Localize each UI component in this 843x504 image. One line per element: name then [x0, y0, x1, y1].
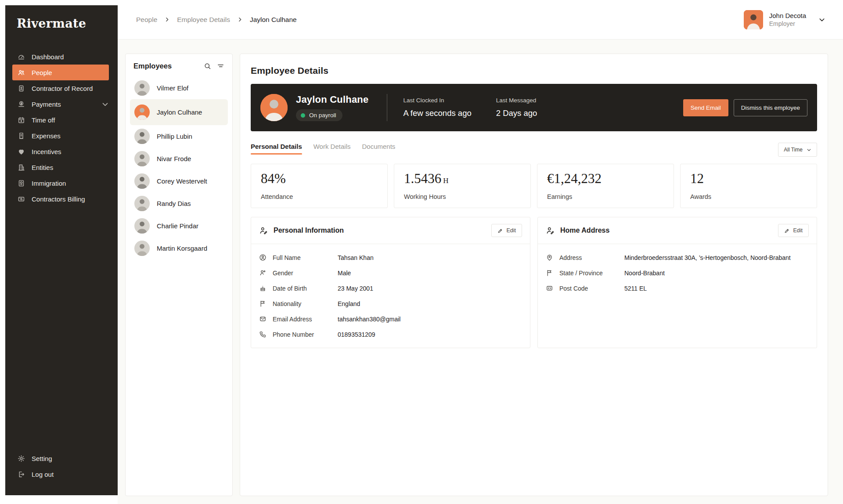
row-label: Post Code	[559, 285, 624, 292]
employee-name: Randy Dias	[157, 200, 191, 207]
employee-name: Martin Korsgaard	[157, 245, 207, 252]
edit-personal-info-button[interactable]: Edit	[491, 224, 522, 237]
user-name: John Decota	[769, 12, 806, 19]
employees-panel-title: Employees	[133, 62, 172, 70]
search-icon[interactable]	[204, 62, 211, 70]
sidebar-item-people[interactable]: People	[12, 65, 109, 80]
breadcrumb-employee-details[interactable]: Employee Details	[177, 16, 230, 24]
employee-name: Vilmer Elof	[157, 84, 188, 92]
sidebar-item-immigration[interactable]: Immigration	[5, 175, 118, 191]
employee-name: Phillip Lubin	[157, 133, 192, 140]
list-item-nivar-frode[interactable]: Nivar Frode	[130, 148, 228, 170]
tabs-row: Personal Details Work Details Documents …	[251, 143, 817, 157]
flag-icon	[546, 269, 553, 277]
row-full-name: Full Name Tahsan Khan	[259, 250, 522, 265]
sidebar-item-contractors-billing[interactable]: Contractors Billing	[5, 191, 118, 207]
sidebar-item-incentives[interactable]: Incentives	[5, 144, 118, 159]
logout-icon	[18, 471, 25, 478]
card-rows: Full Name Tahsan Khan Gender Male	[251, 244, 530, 348]
time-filter-value: All Time	[784, 147, 803, 153]
person-edit-icon	[546, 226, 555, 235]
tab-work-details[interactable]: Work Details	[313, 143, 351, 155]
stat-label: Attendance	[261, 193, 378, 200]
cake-icon	[259, 284, 267, 292]
user-menu[interactable]: John Decota Employer	[744, 10, 825, 29]
sidebar-item-dashboard[interactable]: Dashboard	[5, 49, 118, 65]
row-value: 5211 EL	[624, 285, 647, 292]
sidebar-item-payments[interactable]: Payments	[5, 96, 118, 112]
sidebar-item-entities[interactable]: Entities	[5, 159, 118, 175]
avatar	[134, 173, 150, 189]
breadcrumb-people[interactable]: People	[136, 16, 157, 24]
avatar	[744, 10, 763, 29]
last-clocked-in-value: A few seconds ago	[403, 108, 471, 118]
sidebar-item-time-off[interactable]: Time off	[5, 112, 118, 128]
last-messaged-value: 2 Days ago	[496, 108, 537, 118]
list-item-charlie-pindar[interactable]: Charlie Pindar	[130, 215, 228, 237]
avatar	[134, 80, 150, 96]
send-email-button[interactable]: Send Email	[683, 99, 728, 116]
sidebar-item-logout[interactable]: Log out	[5, 466, 118, 482]
filter-icon[interactable]	[217, 62, 224, 70]
chevron-down-icon[interactable]	[818, 16, 825, 23]
avatar	[134, 196, 150, 211]
stat-label: Earnings	[547, 193, 664, 200]
sidebar-item-label: Payments	[32, 101, 61, 108]
dashboard-icon	[18, 53, 25, 61]
stat-value: 84%	[261, 171, 378, 187]
people-icon	[18, 69, 25, 76]
status-dot-icon	[301, 113, 305, 118]
list-item-jaylon-culhane[interactable]: Jaylon Culhane	[130, 99, 228, 125]
row-gender: Gender Male	[259, 265, 522, 281]
divider	[387, 94, 387, 121]
stat-value: 1.5436H	[404, 171, 521, 187]
home-address-card: Home Address Edit	[537, 217, 817, 348]
list-item-randy-dias[interactable]: Randy Dias	[130, 192, 228, 215]
row-nationality: Nationality England	[259, 296, 522, 311]
employee-details-panel: Employee Details Jaylon Culhane On payro…	[240, 54, 828, 496]
stat-card-earnings: €1,24,232 Earnings	[537, 164, 674, 208]
list-item-martin-korsgaard[interactable]: Martin Korsgaard	[130, 237, 228, 259]
avatar	[134, 104, 150, 120]
card-header: Personal Information Edit	[251, 217, 530, 244]
breadcrumb: People Employee Details Jaylon Culhane	[136, 16, 297, 24]
person-edit-icon	[259, 226, 268, 235]
entities-icon	[18, 164, 25, 171]
stat-label: Awards	[690, 193, 807, 200]
employee-name: Nivar Frode	[157, 155, 191, 162]
gear-icon	[18, 455, 25, 462]
sidebar-item-contractor-of-record[interactable]: Contractor of Record	[5, 80, 118, 96]
chevron-right-icon	[237, 17, 243, 22]
sidebar-item-setting[interactable]: Setting	[5, 450, 118, 466]
flag-icon	[259, 300, 267, 307]
tab-documents[interactable]: Documents	[362, 143, 395, 155]
edit-home-address-button[interactable]: Edit	[778, 224, 809, 237]
row-value: Male	[338, 270, 351, 277]
stat-value: €1,24,232	[547, 171, 664, 187]
brand-logo: Rivermate	[5, 5, 118, 30]
row-value: England	[338, 300, 360, 307]
stat-label: Working Hours	[404, 193, 521, 200]
row-label: Phone Number	[273, 331, 338, 338]
sidebar-item-expenses[interactable]: Expenses	[5, 128, 118, 144]
sidebar-footer: Setting Log out	[5, 450, 118, 495]
pencil-icon	[497, 228, 503, 234]
edit-button-label: Edit	[793, 227, 803, 234]
status-text: On payroll	[309, 112, 336, 119]
employees-panel: Employees Vilmer Elof Jaylon	[125, 54, 233, 496]
sidebar-item-label: Expenses	[32, 132, 61, 140]
list-item-corey-westervelt[interactable]: Corey Westervelt	[130, 170, 228, 192]
time-filter-select[interactable]: All Time	[778, 143, 817, 157]
stat-value: 12	[690, 171, 807, 187]
user-role: Employer	[769, 20, 806, 27]
sidebar-item-label: People	[32, 69, 52, 76]
profile-identity: Jaylon Culhane On payroll	[296, 94, 368, 121]
sidebar-item-label: Entities	[32, 164, 53, 171]
avatar	[260, 94, 288, 121]
card-title: Personal Information	[274, 227, 344, 234]
list-item-vilmer-elof[interactable]: Vilmer Elof	[130, 77, 228, 99]
tab-personal-details[interactable]: Personal Details	[251, 143, 302, 155]
dismiss-employee-button[interactable]: Dismiss this employee	[734, 99, 807, 116]
list-item-phillip-lubin[interactable]: Phillip Lubin	[130, 125, 228, 148]
info-cards: Personal Information Edit	[251, 217, 817, 348]
